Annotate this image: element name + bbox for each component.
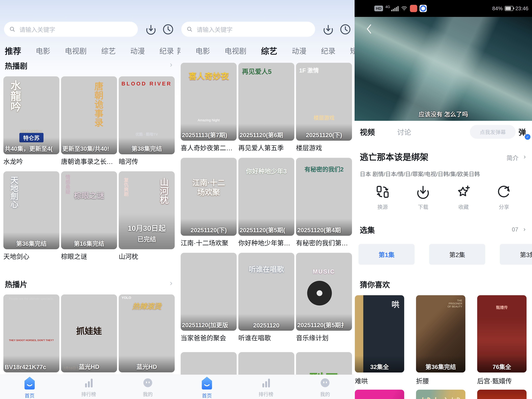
share-button[interactable]: 分享 <box>484 184 524 210</box>
poster-title[interactable]: 音乐缘计划 <box>296 333 352 342</box>
nav-ranking[interactable]: 排行榜 <box>236 375 296 399</box>
intro-link[interactable]: 简介 <box>507 153 519 162</box>
nav-ranking[interactable]: 排行榜 <box>59 375 118 399</box>
chevron-right-icon[interactable]: › <box>524 153 526 160</box>
tab-movies[interactable]: 电影 <box>196 45 210 56</box>
tab-recommend[interactable]: 推荐 <box>5 44 21 56</box>
poster-slot[interactable]: 抓娃娃 7月16日 全国上映 蓝光HD <box>61 294 117 372</box>
poster-slot[interactable]: 1F 激情 楼层游戏 20251120(下) 楼层游戏 <box>296 63 352 152</box>
poster-slot[interactable]: THE PRISONER OF BEAUTY 第36集完结 折腰 <box>416 295 465 385</box>
poster-card[interactable]: 水龍吟 剧场独家冠名 特仑苏 共40集，更新至4( <box>3 76 59 154</box>
tab-variety[interactable]: 综艺 <box>261 44 277 56</box>
poster-slot[interactable]: 听谁在唱歌 20251120 听谁在唱歌 <box>238 253 294 342</box>
poster-card[interactable]: BLOOD RIVER 优酷 · 酷喵TV 第38集完结 <box>119 76 175 154</box>
poster-card[interactable]: People are the ultimate spectacle. THEY … <box>3 294 59 372</box>
downloads-button[interactable] <box>322 23 335 36</box>
poster-slot[interactable]: 甄嬛传 76集全 后宫·甄嬛传 <box>477 295 526 385</box>
poster-title[interactable]: 喜人奇妙夜第二… <box>181 143 237 152</box>
poster-slot[interactable]: 哄 32集全 难哄 <box>355 295 404 385</box>
poster-slot[interactable]: 山河枕 复仇爽剧 10月30日起 已完结 山河枕 <box>119 171 175 261</box>
nav-me[interactable]: 我的 <box>296 375 355 399</box>
download-button[interactable]: 下载 <box>403 184 443 210</box>
tab-documentary[interactable]: 纪录 <box>321 45 336 56</box>
episode-2-chip[interactable]: 第2集 <box>429 244 485 265</box>
poster-card[interactable]: 哄 32集全 <box>355 295 404 373</box>
nav-me[interactable]: 我的 <box>118 375 177 399</box>
poster-slot[interactable]: 水龍吟 剧场独家冠名 特仑苏 共40集，更新至4( 水龙吟 <box>3 76 59 166</box>
poster-card[interactable]: 唐朝诡事录 更新至30集/共40! <box>61 76 117 154</box>
video-player[interactable] <box>355 0 532 121</box>
tab-anime[interactable]: 动漫 <box>130 45 145 56</box>
tab-tv[interactable]: 电视剧 <box>225 45 246 56</box>
danmaku-input[interactable]: 点我发弹幕 <box>470 125 516 139</box>
history-button[interactable] <box>339 23 352 36</box>
poster-slot[interactable]: 唐朝诡事录 更新至30集/共40! 唐朝诡事录之长… <box>61 76 117 166</box>
poster-slot[interactable]: 再见爱人5 20251120(第6期 再见爱人第五季 <box>238 63 294 152</box>
poster-slot[interactable]: 情感悬疑 棕眼之谜 第16集完结 棕眼之谜 <box>61 171 117 261</box>
poster-card[interactable]: 有秘密的我们2 20251120(第4期 <box>296 158 352 236</box>
tab-shorts[interactable]: 短剧 <box>350 45 355 56</box>
poster-title[interactable]: 棕眼之谜 <box>61 251 117 261</box>
poster-slot[interactable]: 你好种地少年3 20251120(第5期( 你好种地少年第… <box>238 158 294 247</box>
back-button[interactable] <box>366 24 372 34</box>
poster-title[interactable]: 楼层游戏 <box>296 143 352 152</box>
poster-card[interactable] <box>355 390 404 399</box>
change-source-button[interactable]: 换源 <box>362 184 403 210</box>
poster-title[interactable]: 山河枕 <box>119 251 175 261</box>
poster-card[interactable]: 20251120(加更版 <box>181 253 237 331</box>
nav-home[interactable]: 首页 <box>0 375 59 399</box>
poster-card[interactable]: MUSIC 20251120(第5期扌 <box>296 253 352 331</box>
poster-title[interactable]: 水龙吟 <box>3 156 59 166</box>
tab-variety[interactable]: 综艺 <box>101 45 116 56</box>
search-bar[interactable]: 请输入关键字 <box>181 22 315 37</box>
poster-slot[interactable]: YOLO 热辣滚烫 蓝光HD <box>119 294 175 372</box>
poster-title[interactable]: 听谁在唱歌 <box>238 333 294 342</box>
poster-card[interactable]: YOLO 热辣滚烫 蓝光HD <box>119 294 175 372</box>
poster-card[interactable]: 江南·十二场欢聚 20251120(下) <box>181 158 237 236</box>
history-button[interactable] <box>162 23 175 36</box>
poster-title[interactable]: 再见爱人第五季 <box>238 143 294 152</box>
poster-title[interactable]: 天地剑心 <box>3 251 59 261</box>
tab-video[interactable]: 视频 <box>360 126 375 137</box>
favorite-button[interactable]: 收藏 <box>443 184 484 210</box>
poster-card[interactable]: 情感悬疑 棕眼之谜 第16集完结 <box>61 171 117 249</box>
poster-title[interactable]: 当家爸爸的聚会 <box>181 333 237 342</box>
poster-title[interactable]: 暗河传 <box>119 156 175 166</box>
tab-movies[interactable]: 电影 <box>36 45 50 56</box>
search-bar[interactable]: 请输入关键字 <box>4 22 138 37</box>
poster-card[interactable]: 抓娃娃 7月16日 全国上映 蓝光HD <box>61 294 117 372</box>
poster-slot[interactable]: 江南·十二场欢聚 20251120(下) 江南·十二场欢聚 <box>181 158 237 247</box>
chevron-right-icon[interactable]: › <box>170 60 172 69</box>
poster-title[interactable]: 后宫·甄嬛传 <box>477 376 526 385</box>
tab-documentary[interactable]: 纪录 <box>159 45 174 56</box>
poster-card[interactable]: 山河枕 复仇爽剧 10月30日起 已完结 <box>119 171 175 249</box>
poster-title[interactable]: 唐朝诡事录之长… <box>61 156 117 166</box>
poster-title[interactable]: 折腰 <box>416 376 465 385</box>
poster-card[interactable] <box>477 390 526 399</box>
poster-card[interactable]: 再见爱人5 20251120(第6期 <box>238 63 294 141</box>
poster-title[interactable]: 江南·十二场欢聚 <box>181 238 237 247</box>
episode-1-chip[interactable]: 第1集 <box>359 244 415 265</box>
poster-slot[interactable]: People are the ultimate spectacle. THEY … <box>3 294 59 372</box>
poster-slot[interactable]: 天地劍心 第36集完结 天地剑心 <box>3 171 59 261</box>
poster-title[interactable]: 你好种地少年第… <box>238 238 294 247</box>
tab-tv[interactable]: 电视剧 <box>65 45 87 56</box>
poster-slot[interactable]: 有秘密的我们2 20251120(第4期 有秘密的我们第… <box>296 158 352 247</box>
tab-anime[interactable]: 动漫 <box>292 45 306 56</box>
poster-card[interactable]: 天地劍心 第36集完结 <box>3 171 59 249</box>
chevron-right-icon[interactable]: › <box>523 226 526 233</box>
episode-3-chip[interactable]: 第3集 <box>500 244 532 265</box>
poster-card[interactable]: 城中之城 <box>416 390 465 399</box>
poster-card[interactable]: 喜人奇妙夜 Amazing Night 20251113(第7期) <box>181 63 237 141</box>
poster-slot[interactable]: MUSIC 20251120(第5期扌 音乐缘计划 <box>296 253 352 342</box>
poster-slot[interactable]: 喜人奇妙夜 Amazing Night 20251113(第7期) 喜人奇妙夜第… <box>181 63 237 152</box>
tab-discussion[interactable]: 讨论 <box>397 127 411 137</box>
poster-title[interactable]: 有秘密的我们第… <box>296 238 352 247</box>
poster-card[interactable]: 甄嬛传 76集全 <box>477 295 526 373</box>
poster-card[interactable]: 你好种地少年3 20251120(第5期( <box>238 158 294 236</box>
poster-card[interactable]: THE PRISONER OF BEAUTY 第36集完结 <box>416 295 465 373</box>
chevron-right-icon[interactable]: › <box>170 279 172 287</box>
poster-slot[interactable]: 20251120(加更版 当家爸爸的聚会 <box>181 253 237 342</box>
downloads-button[interactable] <box>145 23 158 36</box>
tab-recommend-partial[interactable]: 推荐 <box>177 45 181 56</box>
